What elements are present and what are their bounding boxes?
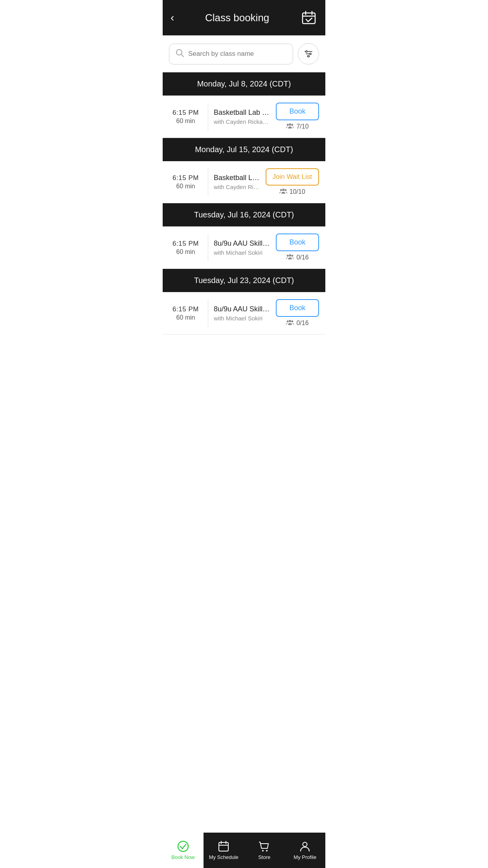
class-time-2: 6:15 PM 60 min bbox=[169, 174, 202, 190]
people-icon bbox=[286, 254, 294, 261]
svg-point-15 bbox=[280, 189, 282, 191]
class-time-4: 6:15 PM 60 min bbox=[169, 305, 202, 321]
search-bar bbox=[169, 44, 293, 64]
nav-label-my-schedule: My Schedule bbox=[209, 854, 238, 860]
filter-button[interactable] bbox=[298, 43, 319, 64]
svg-point-30 bbox=[266, 850, 268, 851]
svg-point-10 bbox=[310, 53, 311, 55]
table-row: 6:15 PM 60 min Basketball Lab with L... … bbox=[163, 96, 325, 138]
book-button-4[interactable]: Book bbox=[276, 299, 319, 317]
nav-label-store: Store bbox=[258, 854, 270, 860]
class-action-2: Join Wait List 10/10 bbox=[266, 168, 319, 196]
people-icon bbox=[286, 319, 294, 327]
class-info-4: 8u/9u AAU Skills - Gir... with Michael S… bbox=[214, 305, 270, 322]
calendar-check-button[interactable] bbox=[300, 9, 317, 26]
book-button-1[interactable]: Book bbox=[276, 103, 319, 120]
table-row: 6:15 PM 60 min 8u/9u AAU Skills - Gir...… bbox=[163, 226, 325, 269]
svg-point-29 bbox=[262, 850, 264, 851]
svg-point-23 bbox=[292, 320, 294, 322]
header: ‹ Class booking bbox=[163, 0, 325, 35]
date-header-2: Monday, Jul 15, 2024 (CDT) bbox=[163, 138, 325, 161]
class-action-4: Book 0/16 bbox=[276, 299, 319, 327]
svg-point-19 bbox=[289, 254, 292, 257]
svg-rect-0 bbox=[303, 13, 315, 24]
nav-label-my-profile: My Profile bbox=[294, 854, 316, 860]
table-row: 6:15 PM 60 min 8u/9u AAU Skills - Gir...… bbox=[163, 292, 325, 335]
page-title: Class booking bbox=[174, 12, 300, 24]
capacity-4: 0/16 bbox=[286, 319, 308, 327]
svg-point-12 bbox=[287, 124, 289, 126]
date-header-4: Tuesday, Jul 23, 2024 (CDT) bbox=[163, 269, 325, 292]
svg-point-20 bbox=[292, 255, 294, 257]
waitlist-button-2[interactable]: Join Wait List bbox=[266, 168, 319, 186]
search-input[interactable] bbox=[188, 50, 286, 58]
date-header-1: Monday, Jul 8, 2024 (CDT) bbox=[163, 72, 325, 96]
nav-item-store[interactable]: Store bbox=[244, 833, 285, 868]
nav-item-book-now[interactable]: Book Now bbox=[163, 833, 204, 868]
people-icon bbox=[286, 123, 294, 131]
svg-point-16 bbox=[282, 189, 284, 191]
svg-point-9 bbox=[306, 51, 307, 52]
svg-point-11 bbox=[308, 55, 309, 57]
capacity-1: 7/10 bbox=[286, 123, 308, 131]
class-time-3: 6:15 PM 60 min bbox=[169, 240, 202, 256]
divider bbox=[208, 103, 208, 131]
capacity-3: 0/16 bbox=[286, 254, 308, 261]
capacity-2: 10/10 bbox=[279, 188, 305, 196]
class-info-3: 8u/9u AAU Skills - Gir... with Michael S… bbox=[214, 239, 270, 256]
search-icon bbox=[176, 49, 184, 59]
class-info-2: Basketball Lab wi... with Cayden Rickar.… bbox=[214, 174, 260, 190]
svg-point-22 bbox=[289, 320, 292, 322]
svg-point-13 bbox=[289, 123, 292, 126]
nav-item-my-schedule[interactable]: My Schedule bbox=[204, 833, 244, 868]
class-action-3: Book 0/16 bbox=[276, 234, 319, 261]
svg-point-24 bbox=[178, 841, 188, 851]
book-button-3[interactable]: Book bbox=[276, 234, 319, 251]
date-header-3: Tuesday, Jul 16, 2024 (CDT) bbox=[163, 203, 325, 226]
svg-point-21 bbox=[287, 320, 289, 322]
divider bbox=[208, 300, 208, 327]
bottom-nav: Book Now My Schedule Store My Profile bbox=[163, 833, 325, 868]
class-info-1: Basketball Lab with L... with Cayden Ric… bbox=[214, 108, 270, 125]
svg-line-5 bbox=[182, 54, 184, 57]
nav-item-my-profile[interactable]: My Profile bbox=[285, 833, 326, 868]
table-row: 6:15 PM 60 min Basketball Lab wi... with… bbox=[163, 161, 325, 203]
back-button[interactable]: ‹ bbox=[171, 12, 174, 23]
svg-rect-25 bbox=[219, 842, 228, 851]
svg-point-31 bbox=[303, 842, 307, 847]
class-list: Monday, Jul 8, 2024 (CDT) 6:15 PM 60 min… bbox=[163, 72, 325, 868]
svg-point-18 bbox=[287, 255, 289, 257]
svg-point-17 bbox=[284, 189, 286, 191]
divider bbox=[208, 234, 208, 261]
divider bbox=[208, 168, 208, 196]
search-area bbox=[163, 35, 325, 72]
nav-label-book-now: Book Now bbox=[171, 854, 194, 860]
class-time-1: 6:15 PM 60 min bbox=[169, 109, 202, 125]
svg-point-14 bbox=[292, 124, 294, 126]
people-icon bbox=[279, 188, 287, 196]
class-action-1: Book 7/10 bbox=[276, 103, 319, 131]
